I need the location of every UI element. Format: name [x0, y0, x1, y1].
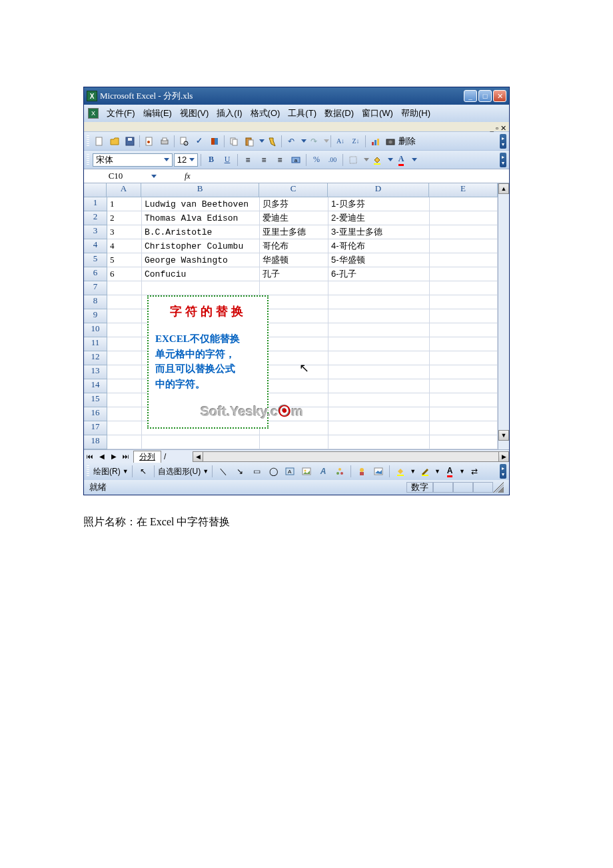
- cell[interactable]: [430, 295, 498, 309]
- clip-art-icon[interactable]: [354, 464, 369, 479]
- cell[interactable]: 1-贝多芬: [328, 197, 430, 211]
- resize-grip-icon[interactable]: [493, 482, 504, 493]
- font-size-select[interactable]: 12: [174, 153, 198, 167]
- cell[interactable]: [107, 309, 142, 323]
- grid[interactable]: 1Ludwig van Beethoven贝多芬1-贝多芬2Thomas Alv…: [107, 197, 498, 449]
- row-header[interactable]: 11: [84, 337, 107, 351]
- cell[interactable]: [430, 379, 498, 393]
- cell[interactable]: [328, 379, 430, 393]
- name-box-dropdown-icon[interactable]: [147, 175, 158, 178]
- row-header[interactable]: 10: [84, 323, 107, 337]
- text-box-icon[interactable]: A: [283, 464, 297, 479]
- chart-icon[interactable]: [368, 134, 382, 149]
- row-header[interactable]: 17: [84, 421, 107, 435]
- cell[interactable]: 5: [107, 253, 142, 267]
- cell[interactable]: [430, 323, 498, 337]
- row-header[interactable]: 18: [84, 435, 107, 449]
- row-header[interactable]: 14: [84, 379, 107, 393]
- fill-dropdown-icon[interactable]: ▼: [410, 468, 416, 475]
- cell[interactable]: 3: [107, 225, 142, 239]
- cell[interactable]: [430, 421, 498, 435]
- cell[interactable]: 亚里士多德: [260, 225, 328, 239]
- horizontal-scrollbar[interactable]: ◀ ▶: [193, 451, 509, 462]
- cell[interactable]: [430, 407, 498, 421]
- cell[interactable]: [430, 211, 498, 225]
- bold-button[interactable]: B: [204, 153, 219, 167]
- row-header[interactable]: 1: [84, 197, 107, 211]
- cell[interactable]: 3-亚里士多德: [328, 225, 430, 239]
- cell[interactable]: 华盛顿: [260, 253, 328, 267]
- row-header[interactable]: 3: [84, 225, 107, 239]
- cell[interactable]: George Washingto: [142, 253, 260, 267]
- cell[interactable]: [430, 197, 498, 211]
- print-preview-icon[interactable]: [177, 134, 191, 149]
- scroll-left-button[interactable]: ◀: [193, 451, 203, 462]
- cell[interactable]: [328, 323, 430, 337]
- underline-button[interactable]: U: [220, 153, 235, 167]
- cell[interactable]: [107, 435, 142, 449]
- save-icon[interactable]: [123, 134, 137, 149]
- cell[interactable]: [328, 337, 430, 351]
- row-header[interactable]: 2: [84, 211, 107, 225]
- cell[interactable]: 5-华盛顿: [328, 253, 430, 267]
- cell[interactable]: [430, 365, 498, 379]
- cell[interactable]: [430, 351, 498, 365]
- research-icon[interactable]: [207, 134, 222, 149]
- row-header[interactable]: 13: [84, 365, 107, 379]
- borders-icon[interactable]: [346, 153, 360, 167]
- font-color-dropdown-icon[interactable]: [410, 153, 416, 167]
- cell[interactable]: 4-哥伦布: [328, 239, 430, 253]
- line-color-icon[interactable]: [418, 464, 432, 479]
- merge-cells-icon[interactable]: a: [289, 153, 303, 167]
- menu-view[interactable]: 视图(V): [176, 106, 213, 121]
- column-header-c[interactable]: C: [259, 183, 328, 197]
- cell[interactable]: Christopher Columbu: [142, 239, 260, 253]
- maximize-button[interactable]: □: [478, 90, 492, 102]
- toolbar-options-icon[interactable]: ▸▾: [500, 134, 506, 149]
- percent-icon[interactable]: %: [309, 153, 324, 167]
- increase-decimal-icon[interactable]: .00: [325, 153, 340, 167]
- cell[interactable]: [107, 407, 142, 421]
- rectangle-icon[interactable]: ▭: [249, 464, 264, 479]
- cell[interactable]: [107, 393, 142, 407]
- format-painter-icon[interactable]: [265, 134, 279, 149]
- cell[interactable]: [107, 281, 142, 295]
- cell[interactable]: [430, 267, 498, 281]
- sheet-tab[interactable]: 分列: [133, 451, 161, 463]
- column-header-b[interactable]: B: [141, 183, 259, 197]
- paste-icon[interactable]: [242, 134, 257, 149]
- fx-label[interactable]: fx: [185, 171, 191, 181]
- cell[interactable]: [260, 365, 328, 379]
- cell[interactable]: [107, 295, 142, 309]
- menu-edit[interactable]: 编辑(E): [139, 106, 176, 121]
- font-color-icon[interactable]: A: [442, 464, 457, 479]
- cell[interactable]: [260, 281, 328, 295]
- row-header[interactable]: 15: [84, 393, 107, 407]
- cell[interactable]: [328, 309, 430, 323]
- close-button[interactable]: ✕: [493, 90, 506, 102]
- toolbar-handle[interactable]: [87, 135, 89, 147]
- undo-icon[interactable]: ↶: [284, 134, 299, 149]
- cell[interactable]: 哥伦布: [260, 239, 328, 253]
- row-header[interactable]: 7: [84, 281, 107, 295]
- scroll-right-button[interactable]: ▶: [498, 451, 509, 462]
- vertical-scrollbar[interactable]: ▲ ▼: [498, 183, 509, 449]
- sort-desc-icon[interactable]: Z↓: [348, 134, 363, 149]
- cell[interactable]: [328, 393, 430, 407]
- cell[interactable]: 贝多芬: [260, 197, 328, 211]
- cell[interactable]: [107, 323, 142, 337]
- last-sheet-button[interactable]: ⏭: [120, 451, 132, 463]
- line-icon[interactable]: ＼: [216, 464, 231, 479]
- spell-check-icon[interactable]: ✓: [192, 134, 207, 149]
- cell[interactable]: [107, 365, 142, 379]
- arrow-icon[interactable]: ↘: [233, 464, 247, 479]
- cell[interactable]: [107, 379, 142, 393]
- sort-asc-icon[interactable]: A↓: [333, 134, 348, 149]
- menu-help[interactable]: 帮助(H): [397, 106, 434, 121]
- align-right-icon[interactable]: ≡: [273, 153, 287, 167]
- oval-icon[interactable]: ◯: [266, 464, 281, 479]
- scroll-down-button[interactable]: ▼: [498, 430, 509, 441]
- cell[interactable]: [260, 337, 328, 351]
- cell[interactable]: [142, 435, 260, 449]
- redo-dropdown-icon[interactable]: [322, 134, 328, 149]
